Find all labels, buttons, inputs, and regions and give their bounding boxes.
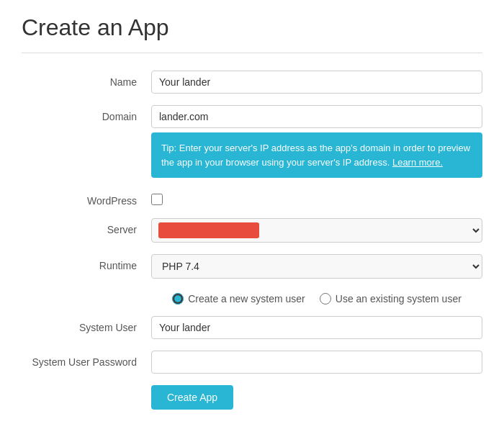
wordpress-label: WordPress	[22, 189, 151, 207]
system-user-password-label: System User Password	[22, 351, 151, 368]
server-label: Server	[22, 218, 151, 235]
system-user-radio-row: Create a new system user Use an existing…	[172, 290, 462, 305]
system-user-label: System User	[22, 316, 151, 333]
domain-input-wrap: Tip: Enter your server's IP address as t…	[151, 105, 482, 178]
name-input-wrap	[151, 71, 482, 94]
system-user-input[interactable]	[151, 316, 482, 339]
radio-existing-user-text: Use an existing system user	[336, 293, 462, 305]
create-app-form: Name Domain Tip: Enter your server's IP …	[22, 71, 482, 410]
radio-existing-user-label[interactable]: Use an existing system user	[320, 293, 462, 305]
server-select-wrap: ████████████ select[data-name="server-se…	[151, 218, 482, 243]
radio-new-user-label[interactable]: Create a new system user	[172, 293, 305, 305]
domain-input[interactable]	[151, 105, 482, 128]
server-row: Server ████████████ select[data-name="se…	[22, 218, 482, 243]
system-user-password-row: System User Password	[22, 351, 482, 374]
submit-label-spacer	[22, 385, 151, 391]
name-label: Name	[22, 71, 151, 88]
submit-button-wrap: Create App	[151, 385, 482, 410]
runtime-label: Runtime	[22, 254, 151, 271]
wordpress-checkbox-wrap	[151, 189, 482, 205]
name-input[interactable]	[151, 71, 482, 94]
wordpress-checkbox[interactable]	[151, 194, 163, 205]
tip-box: Tip: Enter your server's IP address as t…	[151, 132, 482, 178]
system-user-password-input-wrap	[151, 351, 482, 374]
tip-learn-more-link[interactable]: Learn more.	[392, 157, 443, 168]
submit-row: Create App	[22, 385, 482, 410]
create-app-button[interactable]: Create App	[151, 385, 233, 410]
runtime-select[interactable]: PHP 7.4 PHP 8.0 PHP 8.1	[151, 254, 482, 279]
radio-new-user[interactable]	[172, 293, 184, 305]
radio-new-user-text: Create a new system user	[188, 293, 305, 305]
wordpress-row: WordPress	[22, 189, 482, 207]
system-user-input-wrap	[151, 316, 482, 339]
server-select[interactable]: ████████████	[151, 218, 482, 243]
system-user-row: System User	[22, 316, 482, 339]
domain-row: Domain Tip: Enter your server's IP addre…	[22, 105, 482, 178]
runtime-row: Runtime PHP 7.4 PHP 8.0 PHP 8.1	[22, 254, 482, 279]
domain-label: Domain	[22, 105, 151, 122]
radio-existing-user[interactable]	[320, 293, 331, 305]
system-user-radio-wrapper: Create a new system user Use an existing…	[22, 290, 482, 305]
divider	[22, 53, 482, 53]
runtime-select-wrap: PHP 7.4 PHP 8.0 PHP 8.1	[151, 254, 482, 279]
system-user-password-input[interactable]	[151, 351, 482, 374]
name-row: Name	[22, 71, 482, 94]
page-title: Create an App	[22, 14, 482, 41]
